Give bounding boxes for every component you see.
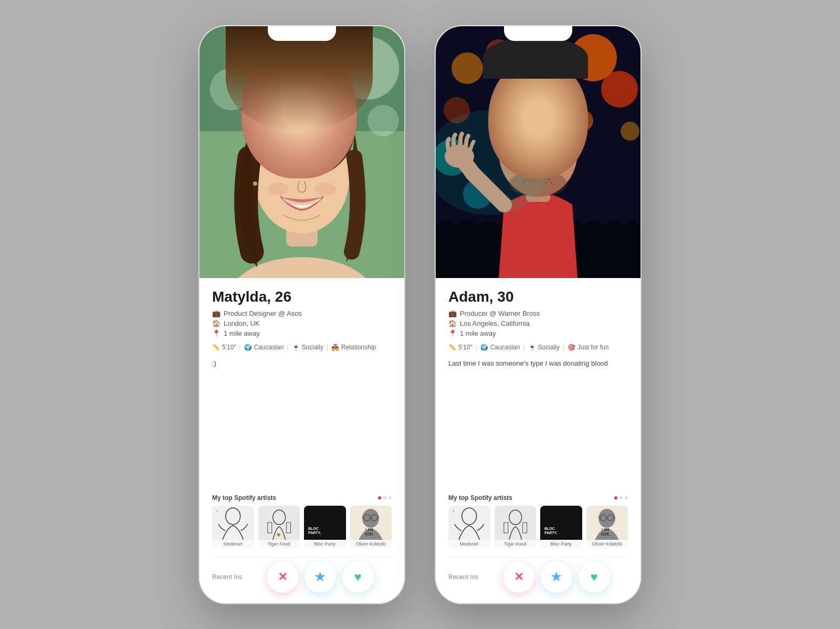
star-icon: ★ [314,569,326,585]
pin-icon: 📍 [212,329,220,337]
svg-rect-57 [448,506,490,540]
artist-card-4[interactable]: I AM IOK Oliver Koletzki [350,506,392,548]
x-icon-adam: ✕ [514,570,523,584]
svg-point-9 [268,183,289,195]
like-button-matylda[interactable]: ♥ [342,561,374,593]
svg-text:🐯: 🐯 [276,532,280,537]
profile-info-adam: Adam, 30 💼 Producer @ Warner Bross 🏠 Los… [436,278,640,603]
svg-line-69 [598,517,600,518]
svg-text:♪: ♪ [453,509,454,513]
ethnicity-tag: 🌍 Caucasian [244,344,284,351]
artist-card-2[interactable]: 🐯 Tiger Food [258,506,300,548]
profile-info-matylda: Matylda, 26 💼 Product Designer @ Asos 🏠 … [200,278,404,603]
heart-icon: ♥ [354,570,362,584]
star-icon-adam: ★ [550,569,562,585]
drinking-icon-2: 🍷 [528,344,536,351]
svg-text:I AM: I AM [365,528,373,531]
pin-icon-2: 📍 [448,329,457,337]
height-icon: 📏 [212,344,220,351]
artist-img-3: BLOCPARTY. [304,506,346,540]
svg-line-25 [362,517,364,518]
svg-point-33 [486,39,512,66]
x-icon: ✕ [278,570,287,584]
action-buttons-matylda: ✕ ★ ♥ [248,561,392,593]
spotify-title-adam: My top Spotify artists [448,494,628,502]
intent-icon: 💑 [331,344,339,351]
profile-tags-matylda: 📏 5'10" | 🌍 Caucasian | 🍷 Socially | 💑 R… [212,344,392,351]
artist-name-adam-3: Bloc Party [540,540,582,548]
blocparty-text-adam: BLOCPARTY. [543,526,558,537]
spotify-section-matylda: My top Spotify artists [212,494,392,557]
svg-text:♪: ♪ [216,509,218,513]
svg-point-34 [572,110,593,131]
profile-name-matylda: Matylda, 26 [212,289,392,305]
artist-card-adam-1[interactable]: ♪ Moderart [448,506,490,548]
svg-point-49 [549,146,555,153]
drinking-tag-2: 🍷 Socially [528,344,560,351]
svg-point-21 [362,509,379,528]
star-button-adam[interactable]: ★ [541,561,572,593]
height-tag-2: 📏 5'10" [448,344,472,351]
artist-img-adam-4: I AM IOK [586,506,628,540]
ethnicity-icon-2: 🌍 [480,344,488,351]
artist-name-adam-1: Moderart [448,540,490,548]
svg-point-2 [336,37,399,100]
artist-card-1[interactable]: ♪ Moderart [212,506,254,548]
svg-text:IOK: IOK [601,531,610,537]
svg-point-36 [621,122,639,141]
svg-rect-44 [499,100,578,121]
profile-photo-matylda [200,26,404,278]
star-button-matylda[interactable]: ★ [304,561,336,593]
ethnicity-icon: 🌍 [244,344,252,351]
distance-detail-matylda: 📍 1 mile away [212,329,392,337]
profile-photo-adam [436,26,640,278]
artist-img-4: I AM IOK [350,506,392,540]
svg-point-11 [253,182,257,186]
phone-notch-2 [504,26,572,41]
dislike-button-matylda[interactable]: ✕ [267,561,298,593]
artist-card-adam-2[interactable]: Tiger Food [495,506,537,548]
svg-point-47 [521,146,527,153]
svg-line-70 [614,517,615,518]
profile-bio-matylda: ;) [212,359,392,370]
action-buttons-adam: ✕ ★ ♥ [485,561,628,593]
artist-card-adam-3[interactable]: BLOCPARTY. Bloc Party [540,506,582,548]
like-button-adam[interactable]: ♥ [579,561,610,593]
job-detail-matylda: 💼 Product Designer @ Asos [212,310,392,317]
dot-3 [388,496,392,499]
intent-tag-2: 🎯 Just for fun [568,344,608,351]
phone-notch-1 [268,26,336,41]
blocparty-text: BLOCPARTY. [307,526,322,537]
location-detail-adam: 🏠 Los Angeles, California [448,319,628,327]
dot-adam-1 [614,496,617,499]
svg-text:IOK: IOK [365,531,374,537]
profile-name-adam: Adam, 30 [448,289,628,305]
dot-2 [383,496,386,499]
recent-ins-label-matylda: Recent Ins [212,573,242,581]
artist-name-1: Moderart [212,540,254,548]
svg-point-4 [368,105,399,136]
svg-point-8 [249,84,354,178]
drinking-tag: 🍷 Socially [292,344,323,351]
artist-name-adam-4: Oliver Koletzki [586,540,628,548]
action-bar-matylda: Recent Ins ✕ ★ ♥ [212,557,392,595]
artist-img-2: 🐯 [258,506,300,540]
height-tag: 📏 5'10" [212,344,236,351]
artist-card-adam-4[interactable]: I AM IOK Oliver Koletzki [586,506,628,548]
svg-line-26 [377,517,379,518]
svg-rect-12 [212,506,254,540]
spotify-artists-adam: ♪ Moderart [448,506,628,548]
action-bar-adam: Recent Ins ✕ ★ ♥ [448,557,628,595]
svg-point-65 [598,509,615,528]
artist-img-1: ♪ [212,506,254,540]
svg-point-10 [315,183,336,195]
spotify-dots-matylda [378,496,392,499]
phones-container: Matylda, 26 💼 Product Designer @ Asos 🏠 … [200,26,640,603]
dislike-button-adam[interactable]: ✕ [503,561,534,593]
artist-card-3[interactable]: BLOCPARTY. Bloc Party [304,506,346,548]
artist-img-adam-2 [495,506,537,540]
spotify-artists-matylda: ♪ Moderart [212,506,392,548]
svg-point-55 [551,181,552,183]
svg-point-43 [491,106,585,125]
drinking-icon: 🍷 [292,344,300,351]
